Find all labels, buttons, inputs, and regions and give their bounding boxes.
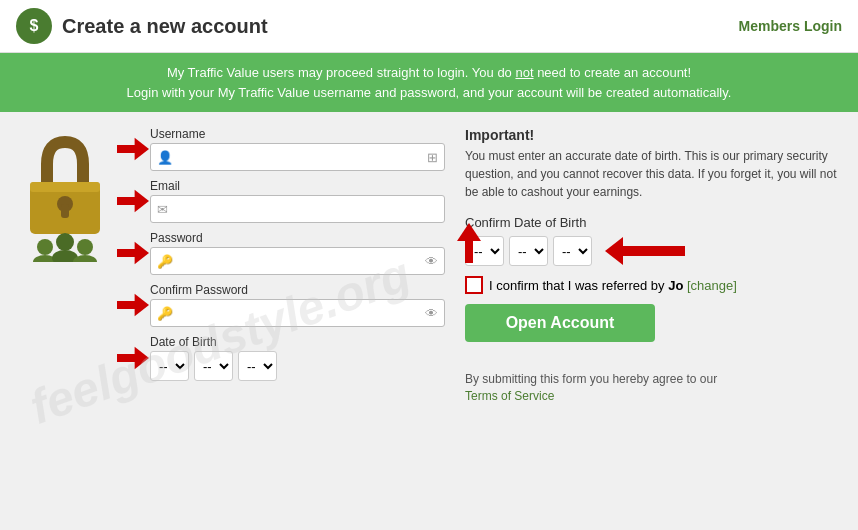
password-row: Password 🔑 👁 bbox=[115, 231, 445, 275]
svg-marker-17 bbox=[134, 294, 148, 316]
referral-text: I confirm that I was referred by Jo [cha… bbox=[489, 278, 737, 293]
svg-rect-23 bbox=[465, 239, 473, 263]
username-right-icon: ⊞ bbox=[427, 150, 438, 165]
password-icon: 🔑 bbox=[157, 254, 173, 269]
svg-marker-15 bbox=[134, 242, 148, 264]
important-text: You must enter an accurate date of birth… bbox=[465, 147, 843, 201]
dob-month-select[interactable]: -- bbox=[194, 351, 233, 381]
important-box: Important! You must enter an accurate da… bbox=[465, 127, 843, 201]
referral-up-arrow bbox=[457, 223, 481, 266]
info-banner: My Traffic Value users may proceed strai… bbox=[0, 53, 858, 112]
terms-section: By submitting this form you hereby agree… bbox=[465, 370, 843, 403]
logo-icon: $ bbox=[16, 8, 52, 44]
confirm-password-row: Confirm Password 🔑 👁 bbox=[115, 283, 445, 327]
confirm-password-input-wrap: 🔑 👁 bbox=[150, 299, 445, 327]
banner-line1: My Traffic Value users may proceed strai… bbox=[20, 63, 838, 83]
email-arrow bbox=[115, 187, 150, 215]
members-login-link[interactable]: Members Login bbox=[739, 18, 842, 34]
username-input-wrap: 👤 ⊞ bbox=[150, 143, 445, 171]
confirm-dob-section: Confirm Date of Birth -- -- -- bbox=[465, 215, 843, 266]
svg-point-6 bbox=[56, 233, 74, 251]
confirm-password-field-group: Confirm Password 🔑 👁 bbox=[150, 283, 445, 327]
confirm-dob-row: -- -- -- bbox=[465, 236, 843, 266]
dob-row: Date of Birth -- -- -- bbox=[115, 335, 445, 381]
lock-graphic-area bbox=[15, 132, 115, 265]
user-icon: 👤 bbox=[157, 150, 173, 165]
password-arrow bbox=[115, 239, 150, 267]
lock-svg bbox=[15, 132, 115, 262]
svg-marker-13 bbox=[134, 190, 148, 212]
banner-line2: Login with your My Traffic Value usernam… bbox=[20, 83, 838, 103]
svg-marker-19 bbox=[134, 347, 148, 369]
email-field-group: Email ✉ bbox=[150, 179, 445, 223]
page-title: Create a new account bbox=[62, 15, 268, 38]
svg-rect-12 bbox=[117, 197, 137, 205]
svg-rect-21 bbox=[620, 246, 685, 256]
username-arrow bbox=[115, 135, 150, 163]
svg-rect-3 bbox=[61, 204, 69, 218]
username-label: Username bbox=[150, 127, 445, 141]
open-account-section: Open Account bbox=[465, 304, 843, 358]
username-row: Username 👤 ⊞ bbox=[115, 127, 445, 171]
confirm-password-icon: 🔑 bbox=[157, 306, 173, 321]
username-field-group: Username 👤 ⊞ bbox=[150, 127, 445, 171]
email-row: Email ✉ bbox=[115, 179, 445, 223]
dob-label: Date of Birth bbox=[150, 335, 445, 349]
password-right-icon: 👁 bbox=[425, 254, 438, 269]
header: $ Create a new account Members Login bbox=[0, 0, 858, 53]
confirm-dob-month-select[interactable]: -- bbox=[509, 236, 548, 266]
svg-rect-1 bbox=[30, 182, 100, 192]
svg-rect-16 bbox=[117, 301, 137, 309]
important-title: Important! bbox=[465, 127, 843, 143]
confirm-password-input[interactable] bbox=[177, 306, 421, 320]
svg-rect-14 bbox=[117, 249, 137, 257]
fields-area: Username 👤 ⊞ bbox=[115, 127, 445, 381]
confirm-password-arrow bbox=[115, 291, 150, 319]
referral-change-link[interactable]: [change] bbox=[687, 278, 737, 293]
content-area: Username 👤 ⊞ bbox=[0, 112, 858, 408]
svg-point-4 bbox=[37, 239, 53, 255]
svg-marker-11 bbox=[134, 138, 148, 160]
password-input-wrap: 🔑 👁 bbox=[150, 247, 445, 275]
email-icon: ✉ bbox=[157, 202, 168, 217]
confirm-dob-year-select[interactable]: -- bbox=[553, 236, 592, 266]
terms-link[interactable]: Terms of Service bbox=[465, 389, 554, 403]
page-wrapper: $ Create a new account Members Login My … bbox=[0, 0, 858, 530]
dob-selects: -- -- -- bbox=[150, 351, 445, 381]
dob-field-group: Date of Birth -- -- -- bbox=[150, 335, 445, 381]
confirm-password-label: Confirm Password bbox=[150, 283, 445, 297]
password-field-group: Password 🔑 👁 bbox=[150, 231, 445, 275]
svg-rect-10 bbox=[117, 145, 137, 153]
password-input[interactable] bbox=[177, 254, 421, 268]
referral-checkbox[interactable] bbox=[465, 276, 483, 294]
email-input-wrap: ✉ bbox=[150, 195, 445, 223]
header-left: $ Create a new account bbox=[16, 8, 268, 44]
referral-row: I confirm that I was referred by Jo [cha… bbox=[465, 276, 843, 294]
left-column: Username 👤 ⊞ bbox=[15, 127, 445, 403]
open-account-button[interactable]: Open Account bbox=[465, 304, 655, 342]
confirm-password-right-icon: 👁 bbox=[425, 306, 438, 321]
email-input[interactable] bbox=[172, 202, 438, 216]
svg-rect-18 bbox=[117, 354, 137, 362]
right-column: Important! You must enter an accurate da… bbox=[460, 127, 843, 403]
confirm-dob-label: Confirm Date of Birth bbox=[465, 215, 843, 230]
dob-day-select[interactable]: -- bbox=[150, 351, 189, 381]
dob-confirm-arrow bbox=[605, 237, 685, 265]
email-label: Email bbox=[150, 179, 445, 193]
submit-text: By submitting this form you hereby agree… bbox=[465, 370, 843, 388]
svg-marker-22 bbox=[457, 223, 481, 241]
svg-point-8 bbox=[77, 239, 93, 255]
dob-year-select[interactable]: -- bbox=[238, 351, 277, 381]
dob-arrow bbox=[115, 344, 150, 372]
username-input[interactable] bbox=[177, 150, 423, 164]
password-label: Password bbox=[150, 231, 445, 245]
